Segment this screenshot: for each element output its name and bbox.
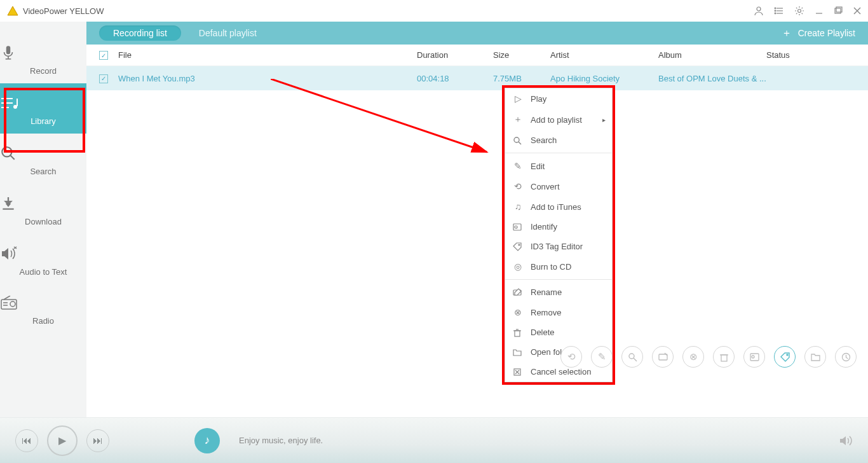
cell-duration: 00:04:18 [417,74,493,83]
sidebar-item-audio-to-text[interactable]: Audio to Text [0,234,86,284]
sidebar-item-label: Record [30,66,57,76]
tb-refresh-button[interactable]: ⟲ [560,346,582,368]
tb-tag-button[interactable] [774,346,796,368]
close-button[interactable] [853,6,862,15]
ctx-edit[interactable]: ✎ Edit [505,156,612,176]
prev-button[interactable]: ⏮ [15,429,38,452]
identify-icon [750,352,759,362]
maximize-button[interactable] [834,6,843,15]
tb-history-button[interactable] [835,346,857,368]
pencil-icon: ✎ [513,161,523,171]
search-icon [628,352,637,362]
col-header-file[interactable]: File [118,50,417,60]
plus-icon: ＋ [513,114,523,125]
tag-icon [513,242,523,251]
sidebar-item-label: Search [30,167,56,176]
speaker-icon [0,245,86,262]
tb-rename-button[interactable] [652,346,674,368]
ctx-id3-tag-editor[interactable]: ID3 Tag Editor [505,237,612,256]
svg-rect-44 [659,354,667,360]
tb-remove-button[interactable]: ⊗ [682,346,704,368]
chevron-right-icon: ▸ [602,116,606,123]
svg-line-31 [519,142,521,144]
svg-point-30 [514,137,519,142]
ctx-delete[interactable]: Delete [505,322,612,342]
annotation-arrow [271,79,499,162]
ctx-label: Search [531,135,557,145]
tb-edit-button[interactable]: ✎ [591,346,613,368]
next-button[interactable]: ⏭ [86,429,109,452]
titlebar: VideoPower YELLOW [0,0,868,22]
table-row[interactable]: ✓ When I Met You.mp3 00:04:18 7.75MB Apo… [86,66,868,90]
separator [505,279,612,280]
settings-icon[interactable] [794,6,804,16]
ctx-convert[interactable]: ⟲ Convert [505,176,612,197]
col-header-artist[interactable]: Artist [550,50,658,60]
sidebar-item-label: Audio to Text [20,267,67,277]
tab-default-playlist[interactable]: Default playlist [199,28,257,38]
sidebar-item-label: Radio [32,316,54,326]
ctx-search[interactable]: Search [505,130,612,150]
minimize-button[interactable] [815,6,824,15]
col-header-album[interactable]: Album [658,50,766,60]
context-menu: ▷ Play ＋ Add to playlist ▸ Sear [505,88,613,382]
col-header-status[interactable]: Status [766,50,868,60]
cd-icon: ◎ [513,261,523,272]
pencil-icon: ✎ [598,351,606,363]
ctx-rename[interactable]: Rename [505,282,612,302]
ctx-add-to-playlist[interactable]: ＋ Add to playlist ▸ [505,109,612,130]
account-icon[interactable] [754,6,764,16]
sidebar-item-radio[interactable]: Radio [0,284,86,333]
cell-album: Best of OPM Love Duets & ... [658,74,766,83]
play-button[interactable]: ▶ [47,425,78,456]
separator [505,153,612,153]
clock-icon [841,352,851,362]
svg-rect-13 [6,46,11,54]
sidebar-item-label: Library [31,116,56,126]
sidebar: Record Library Search Download [0,22,86,417]
ctx-add-to-itunes[interactable]: ♫ Add to iTunes [505,197,612,217]
ctx-label: ID3 Tag Editor [531,242,583,251]
create-playlist-button[interactable]: ＋ Create Playlist [782,27,855,40]
app-title: VideoPower YELLOW [23,6,104,16]
row-checkbox[interactable]: ✓ [99,74,108,83]
prev-icon: ⏮ [22,435,32,446]
create-playlist-label: Create Playlist [798,28,855,38]
table-header: ✓ File Duration Size Artist Album Status [86,45,868,66]
svg-rect-36 [515,331,520,336]
tb-identify-button[interactable] [743,346,765,368]
next-icon: ⏭ [93,435,103,446]
sidebar-item-record[interactable]: Record [0,33,86,83]
volume-button[interactable] [839,434,853,447]
play-icon: ▷ [513,93,523,104]
svg-line-28 [4,296,10,300]
sidebar-item-download[interactable]: Download [0,184,86,234]
ctx-play[interactable]: ▷ Play [505,88,612,109]
convert-icon: ⟲ [513,181,523,191]
ctx-burn-to-cd[interactable]: ◎ Burn to CD [505,256,612,277]
col-header-duration[interactable]: Duration [417,50,493,60]
tb-delete-button[interactable] [713,346,735,368]
mic-icon [0,45,86,61]
tb-search-button[interactable] [621,346,643,368]
svg-point-5 [775,10,776,11]
ctx-remove[interactable]: ⊗ Remove [505,302,612,322]
sidebar-item-library[interactable]: Library [0,83,86,134]
svg-rect-10 [836,7,842,12]
folder-icon [811,352,820,362]
ctx-label: Play [531,94,546,104]
tb-folder-button[interactable] [804,346,826,368]
col-header-size[interactable]: Size [493,50,550,60]
ctx-label: Cancel selection [531,367,591,377]
select-all-checkbox[interactable]: ✓ [99,51,108,60]
list-icon[interactable] [774,6,784,16]
refresh-icon: ⟲ [567,351,576,363]
tab-recording-list[interactable]: Recording list [99,25,181,41]
player-placeholder-text: Enjoy music, enjoy life. [239,436,323,445]
sidebar-item-search[interactable]: Search [0,134,86,184]
ctx-label: Add to playlist [531,115,582,125]
ctx-identify[interactable]: Identify [505,217,612,237]
rename-icon [658,352,668,362]
music-note-icon: ♪ [194,428,220,453]
sidebar-item-label: Download [25,217,62,226]
